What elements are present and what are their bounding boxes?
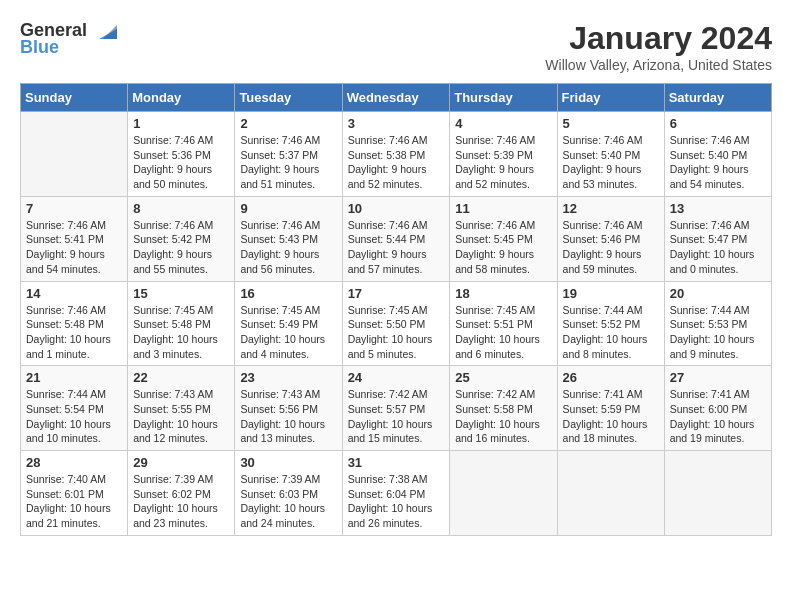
calendar-cell: 31Sunrise: 7:38 AM Sunset: 6:04 PM Dayli… [342, 451, 450, 536]
weekday-header: Thursday [450, 84, 557, 112]
day-detail: Sunrise: 7:46 AM Sunset: 5:48 PM Dayligh… [26, 303, 122, 362]
day-detail: Sunrise: 7:45 AM Sunset: 5:49 PM Dayligh… [240, 303, 336, 362]
day-detail: Sunrise: 7:41 AM Sunset: 5:59 PM Dayligh… [563, 387, 659, 446]
day-detail: Sunrise: 7:46 AM Sunset: 5:42 PM Dayligh… [133, 218, 229, 277]
calendar-cell: 18Sunrise: 7:45 AM Sunset: 5:51 PM Dayli… [450, 281, 557, 366]
day-number: 19 [563, 286, 659, 301]
day-detail: Sunrise: 7:39 AM Sunset: 6:03 PM Dayligh… [240, 472, 336, 531]
weekday-header: Wednesday [342, 84, 450, 112]
calendar-cell: 19Sunrise: 7:44 AM Sunset: 5:52 PM Dayli… [557, 281, 664, 366]
calendar-cell: 5Sunrise: 7:46 AM Sunset: 5:40 PM Daylig… [557, 112, 664, 197]
calendar-cell: 26Sunrise: 7:41 AM Sunset: 5:59 PM Dayli… [557, 366, 664, 451]
day-number: 1 [133, 116, 229, 131]
calendar-cell: 20Sunrise: 7:44 AM Sunset: 5:53 PM Dayli… [664, 281, 771, 366]
day-detail: Sunrise: 7:41 AM Sunset: 6:00 PM Dayligh… [670, 387, 766, 446]
calendar-cell: 13Sunrise: 7:46 AM Sunset: 5:47 PM Dayli… [664, 196, 771, 281]
day-detail: Sunrise: 7:46 AM Sunset: 5:38 PM Dayligh… [348, 133, 445, 192]
calendar-week-row: 28Sunrise: 7:40 AM Sunset: 6:01 PM Dayli… [21, 451, 772, 536]
day-number: 13 [670, 201, 766, 216]
calendar-body: 1Sunrise: 7:46 AM Sunset: 5:36 PM Daylig… [21, 112, 772, 536]
weekday-header: Tuesday [235, 84, 342, 112]
day-number: 2 [240, 116, 336, 131]
day-number: 31 [348, 455, 445, 470]
day-detail: Sunrise: 7:46 AM Sunset: 5:39 PM Dayligh… [455, 133, 551, 192]
calendar-cell: 15Sunrise: 7:45 AM Sunset: 5:48 PM Dayli… [128, 281, 235, 366]
calendar-cell: 28Sunrise: 7:40 AM Sunset: 6:01 PM Dayli… [21, 451, 128, 536]
calendar-week-row: 7Sunrise: 7:46 AM Sunset: 5:41 PM Daylig… [21, 196, 772, 281]
day-detail: Sunrise: 7:45 AM Sunset: 5:48 PM Dayligh… [133, 303, 229, 362]
day-number: 7 [26, 201, 122, 216]
day-detail: Sunrise: 7:45 AM Sunset: 5:51 PM Dayligh… [455, 303, 551, 362]
day-detail: Sunrise: 7:39 AM Sunset: 6:02 PM Dayligh… [133, 472, 229, 531]
calendar-cell [450, 451, 557, 536]
weekday-header: Monday [128, 84, 235, 112]
day-number: 23 [240, 370, 336, 385]
logo-blue-text: Blue [20, 37, 59, 58]
day-number: 14 [26, 286, 122, 301]
day-detail: Sunrise: 7:46 AM Sunset: 5:41 PM Dayligh… [26, 218, 122, 277]
title-block: January 2024 Willow Valley, Arizona, Uni… [545, 20, 772, 73]
calendar-cell: 12Sunrise: 7:46 AM Sunset: 5:46 PM Dayli… [557, 196, 664, 281]
calendar-cell: 22Sunrise: 7:43 AM Sunset: 5:55 PM Dayli… [128, 366, 235, 451]
day-number: 30 [240, 455, 336, 470]
day-detail: Sunrise: 7:46 AM Sunset: 5:40 PM Dayligh… [563, 133, 659, 192]
day-detail: Sunrise: 7:42 AM Sunset: 5:57 PM Dayligh… [348, 387, 445, 446]
day-number: 3 [348, 116, 445, 131]
day-number: 9 [240, 201, 336, 216]
day-number: 4 [455, 116, 551, 131]
day-detail: Sunrise: 7:46 AM Sunset: 5:40 PM Dayligh… [670, 133, 766, 192]
calendar-cell: 25Sunrise: 7:42 AM Sunset: 5:58 PM Dayli… [450, 366, 557, 451]
day-detail: Sunrise: 7:43 AM Sunset: 5:56 PM Dayligh… [240, 387, 336, 446]
calendar-cell: 11Sunrise: 7:46 AM Sunset: 5:45 PM Dayli… [450, 196, 557, 281]
calendar-cell [557, 451, 664, 536]
day-number: 29 [133, 455, 229, 470]
calendar-header-row: SundayMondayTuesdayWednesdayThursdayFrid… [21, 84, 772, 112]
calendar-cell: 24Sunrise: 7:42 AM Sunset: 5:57 PM Dayli… [342, 366, 450, 451]
day-detail: Sunrise: 7:44 AM Sunset: 5:53 PM Dayligh… [670, 303, 766, 362]
day-number: 10 [348, 201, 445, 216]
day-number: 24 [348, 370, 445, 385]
day-detail: Sunrise: 7:45 AM Sunset: 5:50 PM Dayligh… [348, 303, 445, 362]
day-number: 8 [133, 201, 229, 216]
day-number: 21 [26, 370, 122, 385]
day-detail: Sunrise: 7:46 AM Sunset: 5:45 PM Dayligh… [455, 218, 551, 277]
day-number: 16 [240, 286, 336, 301]
calendar-cell: 27Sunrise: 7:41 AM Sunset: 6:00 PM Dayli… [664, 366, 771, 451]
logo: General Blue [20, 20, 119, 58]
day-number: 12 [563, 201, 659, 216]
day-detail: Sunrise: 7:46 AM Sunset: 5:46 PM Dayligh… [563, 218, 659, 277]
calendar-week-row: 14Sunrise: 7:46 AM Sunset: 5:48 PM Dayli… [21, 281, 772, 366]
day-number: 25 [455, 370, 551, 385]
calendar-cell [21, 112, 128, 197]
calendar-cell: 14Sunrise: 7:46 AM Sunset: 5:48 PM Dayli… [21, 281, 128, 366]
day-number: 27 [670, 370, 766, 385]
calendar-cell: 16Sunrise: 7:45 AM Sunset: 5:49 PM Dayli… [235, 281, 342, 366]
day-number: 26 [563, 370, 659, 385]
calendar-table: SundayMondayTuesdayWednesdayThursdayFrid… [20, 83, 772, 536]
day-detail: Sunrise: 7:44 AM Sunset: 5:54 PM Dayligh… [26, 387, 122, 446]
day-number: 6 [670, 116, 766, 131]
month-title: January 2024 [545, 20, 772, 57]
calendar-cell: 30Sunrise: 7:39 AM Sunset: 6:03 PM Dayli… [235, 451, 342, 536]
day-detail: Sunrise: 7:40 AM Sunset: 6:01 PM Dayligh… [26, 472, 122, 531]
calendar-cell: 9Sunrise: 7:46 AM Sunset: 5:43 PM Daylig… [235, 196, 342, 281]
calendar-cell: 7Sunrise: 7:46 AM Sunset: 5:41 PM Daylig… [21, 196, 128, 281]
day-detail: Sunrise: 7:43 AM Sunset: 5:55 PM Dayligh… [133, 387, 229, 446]
calendar-cell: 4Sunrise: 7:46 AM Sunset: 5:39 PM Daylig… [450, 112, 557, 197]
day-number: 11 [455, 201, 551, 216]
day-number: 20 [670, 286, 766, 301]
day-number: 22 [133, 370, 229, 385]
calendar-cell: 2Sunrise: 7:46 AM Sunset: 5:37 PM Daylig… [235, 112, 342, 197]
weekday-header: Friday [557, 84, 664, 112]
calendar-cell: 1Sunrise: 7:46 AM Sunset: 5:36 PM Daylig… [128, 112, 235, 197]
calendar-cell: 3Sunrise: 7:46 AM Sunset: 5:38 PM Daylig… [342, 112, 450, 197]
calendar-week-row: 1Sunrise: 7:46 AM Sunset: 5:36 PM Daylig… [21, 112, 772, 197]
day-number: 28 [26, 455, 122, 470]
calendar-cell: 6Sunrise: 7:46 AM Sunset: 5:40 PM Daylig… [664, 112, 771, 197]
day-detail: Sunrise: 7:46 AM Sunset: 5:47 PM Dayligh… [670, 218, 766, 277]
logo-icon [89, 21, 119, 41]
day-detail: Sunrise: 7:46 AM Sunset: 5:37 PM Dayligh… [240, 133, 336, 192]
calendar-cell: 8Sunrise: 7:46 AM Sunset: 5:42 PM Daylig… [128, 196, 235, 281]
svg-marker-1 [103, 25, 117, 39]
day-detail: Sunrise: 7:42 AM Sunset: 5:58 PM Dayligh… [455, 387, 551, 446]
